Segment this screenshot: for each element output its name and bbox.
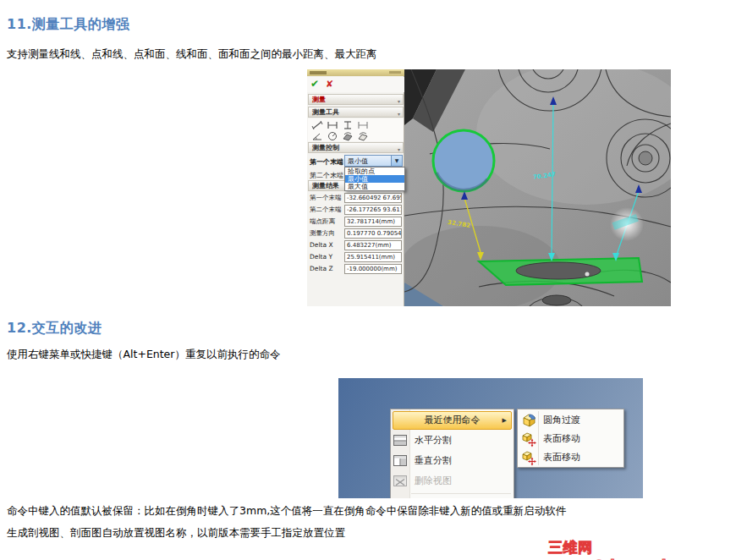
submenu-arrow-icon: ▶	[503, 412, 507, 429]
section-bar-measure[interactable]: 测量 ▾	[308, 94, 404, 105]
submenu-item-face-move[interactable]: 表面移动	[518, 430, 623, 448]
footer-line-2: 生成剖视图、剖面图自动放置视图名称，以前版本需要手工指定放置位置	[7, 526, 345, 541]
context-menu-screenshot: 最近使用命令 ▶ 水平分割 垂直分割	[338, 378, 643, 498]
viewport-3d[interactable]: 70.247 32.782	[404, 69, 671, 306]
titlebar-buttons	[389, 71, 401, 74]
horizontal-split-icon	[393, 435, 407, 446]
vertical-split-icon	[393, 455, 407, 466]
result-field[interactable]: -32.660492 67.695	[344, 193, 402, 203]
result-field[interactable]: 0.197770 0.790545	[344, 228, 402, 239]
result-label: Delta X	[310, 241, 333, 249]
footer-line-1: 命令中键入的值默认被保留：比如在倒角时键入了3mm,这个值将一直在倒角命令中保留…	[7, 504, 566, 519]
menu-item-vertical-split[interactable]: 垂直分割	[391, 451, 514, 471]
context-menu: 最近使用命令 ▶ 水平分割 垂直分割	[390, 409, 514, 498]
fillet-cube-icon	[520, 412, 537, 429]
first-end-dropdown-list: 拾取的点 最小值 最大值	[344, 167, 405, 191]
panel-confirm-bar: ✔ ✘	[307, 77, 404, 92]
part-3d-render	[404, 69, 671, 306]
section-bar-tools[interactable]: 测量工具 ▾	[308, 107, 404, 118]
first-end-label: 第一个末端	[310, 157, 343, 167]
result-label: Delta Z	[310, 265, 333, 272]
result-label: 测量方向	[310, 229, 335, 238]
section-bar-control-label: 测量控制	[312, 144, 339, 151]
delete-view-icon	[393, 475, 407, 486]
submenu-item-fillet[interactable]: 圆角过渡	[518, 411, 623, 430]
dropdown-option[interactable]: 拾取的点	[345, 167, 404, 175]
measure-horizontal-icon[interactable]	[327, 120, 338, 130]
site-watermark: 三维网www.3dportal.cn	[548, 538, 736, 560]
result-field[interactable]: 25.915411(mm)	[344, 252, 402, 262]
confirm-check-icon[interactable]: ✔	[310, 78, 319, 90]
result-row: 第一个末端 -32.660492 67.695	[307, 193, 404, 205]
section-bar-results-label: 测量结果	[312, 182, 339, 189]
result-field[interactable]: -19.000000(mm)	[344, 264, 402, 274]
result-row: 端点距离 32.781714(mm)	[307, 217, 404, 228]
chevron-down-icon[interactable]: ▼	[391, 156, 402, 166]
panel-titlebar[interactable]	[307, 69, 404, 76]
result-label: 第一个末端	[310, 194, 342, 202]
collapse-arrow-icon: ▾	[398, 109, 400, 118]
result-label: 端点距离	[310, 217, 335, 226]
menu-item-horizontal-split[interactable]: 水平分割	[391, 431, 514, 451]
menu-item-label: 垂直分割	[415, 454, 452, 467]
result-row: 第二个末端 -26.177265 93.611	[307, 205, 404, 217]
measure-angle-icon[interactable]	[311, 131, 323, 141]
dropdown-option[interactable]: 最大值	[345, 183, 404, 190]
result-row: Delta Z -19.000000(mm)	[307, 264, 404, 276]
measure-screenshot: ✔ ✘ 测量 ▾ 测量工具 ▾	[307, 69, 671, 306]
collapse-arrow-icon: ▾	[398, 96, 400, 106]
measure-face-icon[interactable]	[357, 131, 369, 141]
menu-item-label: 水平分割	[415, 434, 452, 447]
menu-item-label: 删除视图	[415, 475, 452, 487]
face-move-cube-icon	[520, 449, 537, 466]
section-12-body: 使用右键菜单或快捷键（Alt+Enter）重复以前执行的命令	[7, 348, 280, 362]
collapse-arrow-icon: ▾	[398, 145, 400, 154]
measure-panel: ✔ ✘ 测量 ▾ 测量工具 ▾	[307, 69, 404, 306]
menu-separator	[411, 493, 511, 494]
dropdown-option-selected[interactable]: 最小值	[345, 175, 404, 183]
result-row: 测量方向 0.197770 0.790545	[307, 228, 404, 240]
section-11-body: 支持测量线和线、点和线、点和面、线和面、面和面之间的最小距离、最大距离	[7, 47, 377, 62]
menu-item-delete-view: 删除视图	[391, 471, 514, 491]
measure-radius-icon[interactable]	[327, 131, 338, 141]
section-11-heading: 11.测量工具的增强	[7, 16, 129, 34]
section-bar-control[interactable]: 测量控制 ▾	[308, 142, 404, 153]
measure-distance-icon[interactable]	[311, 120, 323, 130]
result-row: Delta Y 25.915411(mm)	[307, 252, 404, 264]
document-page: 11.测量工具的增强 支持测量线和线、点和线、点和面、线和面、面和面之间的最小距…	[0, 0, 736, 560]
measure-span-icon[interactable]	[357, 120, 369, 130]
submenu-item-label: 表面移动	[543, 432, 580, 445]
measure-face-dark-icon[interactable]	[342, 131, 354, 141]
result-row: Delta X 6.483227(mm)	[307, 240, 404, 252]
menu-item-recent-commands[interactable]: 最近使用命令 ▶	[393, 411, 512, 430]
result-label: Delta Y	[310, 253, 332, 261]
combobox-value: 最小值	[348, 156, 368, 166]
face-move-cube-icon	[520, 431, 537, 447]
measure-vertical-icon[interactable]	[342, 120, 354, 130]
context-submenu: 圆角过渡 表面移动	[517, 409, 624, 468]
submenu-item-label: 表面移动	[543, 451, 580, 464]
section-bar-tools-label: 测量工具	[312, 108, 339, 116]
titlebar-text-smudge	[310, 71, 327, 74]
section-bar-measure-label: 测量	[312, 96, 326, 103]
section-12-heading: 12.交互的改进	[7, 320, 102, 338]
second-end-label: 第二个末端	[310, 171, 343, 180]
result-field[interactable]: -26.177265 93.611	[344, 205, 402, 215]
first-end-combobox[interactable]: 最小值 ▼	[344, 155, 403, 167]
submenu-item-face-move[interactable]: 表面移动	[518, 448, 623, 467]
measure-tools-toolbar	[308, 118, 404, 141]
menu-item-label: 最近使用命令	[425, 415, 481, 425]
cancel-x-icon[interactable]: ✘	[326, 79, 333, 90]
result-label: 第二个末端	[310, 206, 342, 214]
result-field[interactable]: 6.483227(mm)	[344, 240, 402, 250]
result-field[interactable]: 32.781714(mm)	[344, 217, 402, 227]
submenu-item-label: 圆角过渡	[543, 414, 580, 426]
